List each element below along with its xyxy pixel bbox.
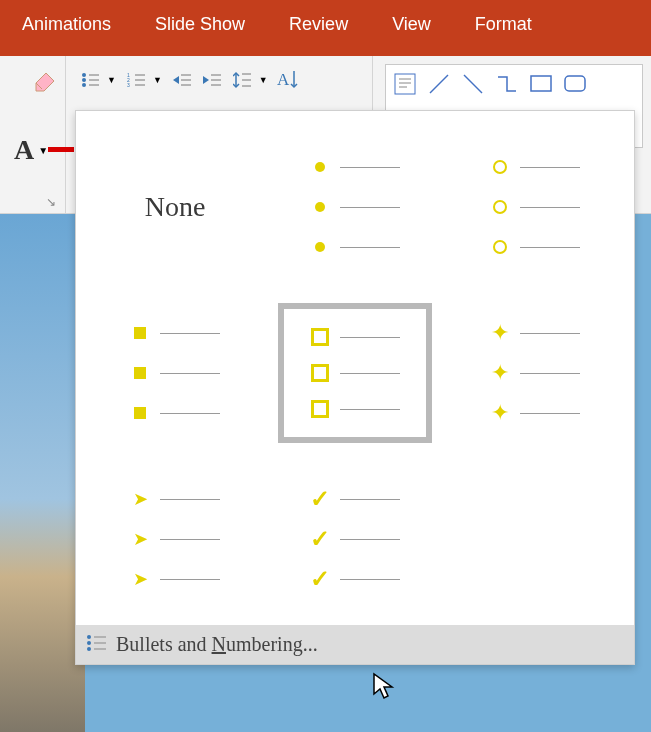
text-direction-button[interactable]: A	[276, 70, 302, 90]
tab-format[interactable]: Format	[453, 0, 554, 56]
svg-text:3: 3	[127, 82, 130, 88]
svg-marker-16	[203, 76, 209, 84]
numbering-button[interactable]: 123	[124, 70, 150, 90]
svg-rect-32	[531, 76, 551, 91]
bullets-button[interactable]	[78, 70, 104, 90]
letter-a-icon: A	[14, 134, 34, 166]
bullet-option-hollow-round[interactable]	[458, 137, 612, 214]
color-bar	[48, 147, 74, 152]
svg-point-1	[82, 78, 86, 82]
bullets-dropdown: None ✦ ✦ ✦ ➤ ➤	[75, 110, 635, 214]
bullet-option-none[interactable]: None	[98, 137, 252, 214]
tab-animations[interactable]: Animations	[0, 0, 133, 56]
clear-formatting-button[interactable]	[30, 69, 58, 93]
line-shape[interactable]	[460, 71, 486, 97]
decrease-indent-button[interactable]	[170, 70, 196, 90]
chevron-down-icon[interactable]: ▼	[107, 75, 116, 85]
increase-indent-button[interactable]	[200, 70, 226, 90]
bullet-option-filled-round[interactable]	[278, 137, 432, 214]
svg-line-31	[464, 75, 482, 93]
svg-marker-12	[173, 76, 179, 84]
tab-review[interactable]: Review	[267, 0, 370, 56]
svg-text:A: A	[277, 70, 290, 89]
rectangle-shape[interactable]	[528, 71, 554, 97]
font-color-button[interactable]: A▼	[14, 134, 74, 166]
chevron-down-icon[interactable]: ▼	[259, 75, 268, 85]
svg-point-2	[82, 83, 86, 87]
tab-slideshow[interactable]: Slide Show	[133, 0, 267, 56]
chevron-down-icon[interactable]: ▼	[153, 75, 162, 85]
svg-rect-33	[565, 76, 585, 91]
svg-point-0	[82, 73, 86, 77]
line-shape[interactable]	[426, 71, 452, 97]
ribbon-tabs: Animations Slide Show Review View Format	[0, 0, 651, 56]
elbow-connector-shape[interactable]	[494, 71, 520, 97]
svg-line-30	[430, 75, 448, 93]
tab-view[interactable]: View	[370, 0, 453, 56]
rounded-rectangle-shape[interactable]	[562, 71, 588, 97]
svg-rect-26	[395, 74, 415, 94]
textbox-shape[interactable]	[392, 71, 418, 97]
line-spacing-button[interactable]	[230, 70, 256, 90]
chevron-down-icon: ▼	[38, 145, 48, 156]
